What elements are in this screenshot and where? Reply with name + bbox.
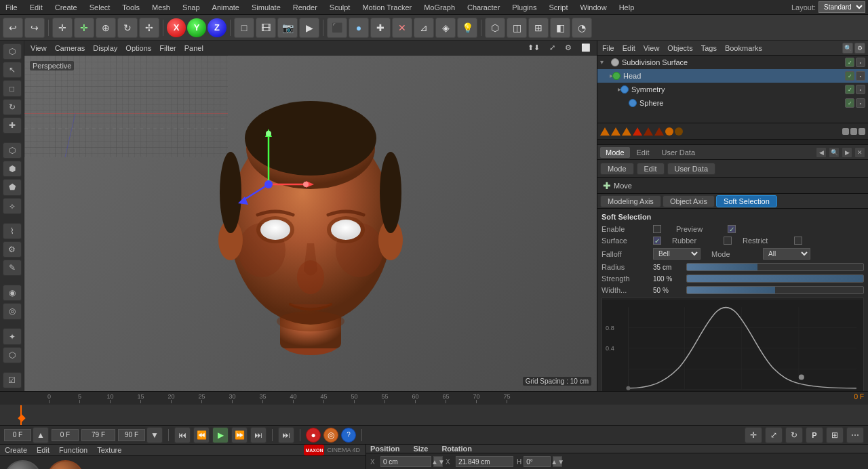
obj-menu-tags[interactable]: Tags xyxy=(699,44,719,52)
start-frame-input[interactable] xyxy=(52,429,79,441)
tool-x[interactable]: ✕ xyxy=(392,18,412,38)
vp-shading[interactable]: ⬡ xyxy=(485,18,505,38)
mat-menu-function[interactable]: Function xyxy=(57,446,90,454)
redo-button[interactable]: ↪ xyxy=(24,18,45,38)
tab-soft-selection[interactable]: Soft Selection xyxy=(716,195,777,207)
skip-btn[interactable]: ⏭ xyxy=(278,427,294,443)
ss-surface-checkbox[interactable]: ✓ xyxy=(653,237,661,245)
vp-btn-expand[interactable]: ⬜ xyxy=(578,43,594,52)
menu-edit[interactable]: Edit xyxy=(27,3,45,12)
rec-help-btn[interactable]: ? xyxy=(341,428,356,443)
rotate-tool-button[interactable]: ↻ xyxy=(117,18,138,38)
tool-btn-8[interactable]: ⬟ xyxy=(3,179,22,195)
add-btn[interactable]: ✚ xyxy=(370,18,391,38)
select-tool-button[interactable]: ✛ xyxy=(52,18,73,38)
menu-render[interactable]: Render xyxy=(290,3,320,12)
tri-btn-2[interactable] xyxy=(611,127,620,136)
go-end-btn[interactable]: ⏭ xyxy=(250,427,267,443)
vp-btn-move[interactable]: ⬆⬇ xyxy=(524,43,543,52)
tool-btn-7[interactable]: ⬢ xyxy=(3,161,22,177)
tool-btn-10[interactable]: ⌇ xyxy=(3,223,22,239)
menu-file[interactable]: File xyxy=(3,3,20,12)
vp-render2[interactable]: ◧ xyxy=(550,18,570,38)
coords-h-stepper[interactable]: ▲▼ xyxy=(553,456,562,467)
curve-chart[interactable]: 0.8 0.4 0.0 0.2 0.4 0.6 0.8 1.0 xyxy=(601,298,864,391)
mode-btn-edit[interactable]: Edit xyxy=(637,163,665,175)
menu-mograph[interactable]: MoGraph xyxy=(421,3,458,12)
sq-btn-2[interactable] xyxy=(850,128,857,135)
vp-wire[interactable]: ◫ xyxy=(507,18,527,38)
end-frame-input[interactable] xyxy=(118,429,145,441)
obj-row-sphere[interactable]: Sphere ✓ • xyxy=(597,96,868,110)
sq-btn-3[interactable] xyxy=(859,128,865,135)
obj-row-subdivision[interactable]: ▾ Subdivision Surface ✓ • xyxy=(597,56,868,69)
tri-btn-1[interactable] xyxy=(600,127,610,136)
mode-btn-userdata[interactable]: User Data xyxy=(667,163,716,175)
sphere-btn[interactable]: ● xyxy=(349,18,369,38)
current-frame-input[interactable] xyxy=(4,429,31,441)
tool-btn-5[interactable]: ✚ xyxy=(3,117,22,134)
attr-search[interactable]: 🔍 xyxy=(829,147,840,158)
tri-btn-5[interactable] xyxy=(644,127,653,136)
ss-strength-slider[interactable] xyxy=(686,274,864,283)
attr-tab-edit[interactable]: Edit xyxy=(631,147,655,158)
rotate-coord-icon[interactable]: ↻ xyxy=(785,427,803,443)
menu-window[interactable]: Window xyxy=(578,3,610,12)
frame-step-up[interactable]: ▲ xyxy=(33,427,49,443)
coords-h-input[interactable] xyxy=(524,456,551,467)
y-axis-button[interactable]: Y xyxy=(187,18,206,37)
vp-cam[interactable]: ⊞ xyxy=(528,18,549,38)
sq-btn-1[interactable] xyxy=(842,128,849,135)
vp-menu-options[interactable]: Options xyxy=(122,44,155,52)
prev-frame-btn[interactable]: ⏪ xyxy=(193,427,210,443)
obj-tag-head-lock[interactable]: • xyxy=(856,71,865,81)
ss-enable-checkbox[interactable] xyxy=(653,225,661,233)
tool-btn-6[interactable]: ⬡ xyxy=(3,142,22,159)
rec-pos-btn[interactable]: ◎ xyxy=(323,428,338,443)
tool-btn-14[interactable]: ◎ xyxy=(3,303,22,319)
obj-tag-lock[interactable]: • xyxy=(856,58,865,67)
transform-gizmo[interactable] xyxy=(235,123,316,213)
tool-btn-2[interactable]: ↖ xyxy=(3,62,22,78)
ss-falloff-select[interactable]: Bell Linear Smooth Sphere xyxy=(653,248,701,260)
ss-radius-slider[interactable] xyxy=(686,263,864,271)
tri-btn-3[interactable] xyxy=(622,127,631,136)
obj-tag-sym-vis[interactable]: ✓ xyxy=(845,85,854,94)
tool-btn-1[interactable]: ⬡ xyxy=(3,43,22,60)
mat-menu-edit[interactable]: Edit xyxy=(35,446,52,454)
vp-light2[interactable]: ◔ xyxy=(572,18,592,38)
obj-tag-sph-vis[interactable]: ✓ xyxy=(845,98,854,108)
tool-btn-3[interactable]: □ xyxy=(3,80,22,96)
menu-help[interactable]: Help xyxy=(616,3,637,12)
obj-tag-sph-lock[interactable]: • xyxy=(856,98,865,108)
play-btn[interactable]: ▶ xyxy=(212,427,229,443)
tool-btn-17[interactable]: ☑ xyxy=(3,372,22,388)
attr-nav-prev[interactable]: ◀ xyxy=(816,147,827,158)
render-button[interactable]: ▶ xyxy=(299,18,319,38)
tool-btn-11[interactable]: ⚙ xyxy=(3,241,22,258)
menu-create[interactable]: Create xyxy=(52,3,80,12)
next-frame-btn[interactable]: ⏩ xyxy=(231,427,248,443)
ss-rubber-checkbox[interactable] xyxy=(724,237,732,245)
fps-input[interactable] xyxy=(81,429,115,441)
transform-button[interactable]: ✢ xyxy=(139,18,159,38)
obj-menu-view[interactable]: View xyxy=(642,44,662,52)
timeline-keyframe[interactable] xyxy=(18,414,25,422)
obj-menu-file[interactable]: File xyxy=(600,44,616,52)
obj-expand-head[interactable]: ▸ xyxy=(600,72,610,80)
move-coord-icon[interactable]: ✛ xyxy=(745,427,762,443)
menu-plugins[interactable]: Plugins xyxy=(509,3,539,12)
vp-menu-view[interactable]: View xyxy=(27,44,50,52)
tool-btn-9[interactable]: ⟡ xyxy=(3,198,22,214)
obj-search-icon[interactable]: 🔍 xyxy=(842,43,853,54)
obj-row-symmetry[interactable]: ▸ Symmetry ✓ • xyxy=(597,83,868,96)
mode-btn-mode[interactable]: Mode xyxy=(600,163,634,175)
vp-menu-display[interactable]: Display xyxy=(90,44,121,52)
viewport-canvas[interactable]: Perspective Grid Spacing : 10 cm xyxy=(24,56,597,391)
frame-step-down[interactable]: ▼ xyxy=(146,427,163,443)
scale-tool-button[interactable]: ⊕ xyxy=(96,18,116,38)
deform-btn[interactable]: ⊿ xyxy=(414,18,434,38)
tab-modeling-axis[interactable]: Modeling Axis xyxy=(600,195,661,207)
tri-btn-4[interactable] xyxy=(633,127,642,136)
tool-btn-13[interactable]: ◉ xyxy=(3,285,22,301)
